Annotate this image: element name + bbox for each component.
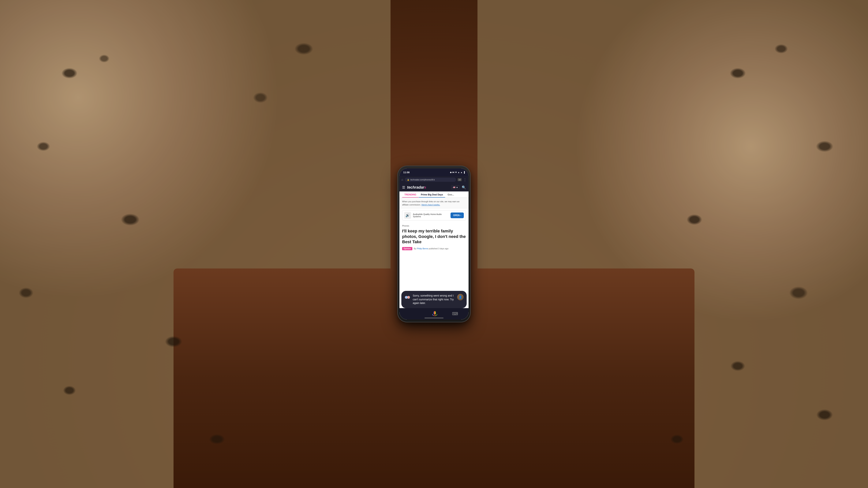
opinion-badge[interactable]: Opinion: [402, 247, 412, 250]
affiliate-notice-bar: When you purchase through links on our s…: [399, 198, 469, 208]
site-logo[interactable]: techradarñ: [407, 185, 426, 190]
article-meta: Opinion By Philip Berne published 3 days…: [402, 247, 466, 250]
tab-trending-label: TRENDING: [404, 193, 416, 196]
ad-open-button[interactable]: OPEN ›: [451, 213, 464, 218]
status-time: 11:08: [403, 171, 409, 174]
assistant-message-text: Sorry, something went wrong and I can't …: [413, 294, 455, 305]
article-byline: By Philip Berne published 3 days ago: [414, 248, 448, 250]
ad-app-icon: 🔊: [404, 212, 411, 219]
tab-google-label: Goo...: [447, 193, 454, 196]
ad-description: Audiophile Quality Home Audio Systems: [413, 213, 448, 218]
tab-google[interactable]: Goo...: [445, 191, 456, 197]
microphone-button[interactable]: [431, 310, 439, 318]
location-icon: ✳: [455, 171, 457, 173]
tab-prime-label: Prime Big Deal Days: [421, 193, 443, 196]
logo-accent-icon: ñ: [424, 186, 426, 189]
ssl-lock-icon: 🔒: [407, 179, 409, 181]
assistant-overlay: Sorry, something went wrong and I can't …: [401, 291, 467, 308]
ad-banner[interactable]: 🔊 Audiophile Quality Home Audio Systems …: [402, 210, 466, 221]
article-title[interactable]: I'll keep my terrible family photos, Goo…: [402, 228, 466, 245]
phone-body: 11:08 ◆ ⋈ ✳ ▲ ▲ ▐ ⌂ 🔒 techradar.: [398, 166, 470, 322]
header-left: ☰ techradarñ: [402, 185, 426, 190]
affiliate-text: When you purchase through links on our s…: [402, 200, 466, 206]
browser-menu-icon[interactable]: ⋮: [463, 177, 467, 182]
wifi-icon: ▲: [458, 171, 460, 173]
user-avatar: 👤: [457, 294, 464, 300]
svg-rect-6: [434, 311, 436, 315]
phone-device: 11:08 ◆ ⋈ ✳ ▲ ▲ ▐ ⌂ 🔒 techradar.: [398, 166, 470, 322]
region-selector[interactable]: 🇺🇸 ▼: [452, 185, 459, 189]
home-indicator[interactable]: [425, 318, 443, 318]
svg-point-4: [406, 297, 407, 298]
browser-toolbar: ⌂ 🔒 techradar.com/phones/ill-k 16 ⋮: [399, 176, 469, 183]
ad-open-arrow-icon: ›: [460, 214, 461, 217]
affiliate-link[interactable]: Here's how it works.: [422, 204, 440, 206]
ad-open-label: OPEN: [453, 214, 460, 217]
front-camera: [433, 171, 435, 173]
browser-url-bar[interactable]: 🔒 techradar.com/phones/ill-k: [405, 177, 456, 182]
article-section: Phones I'll keep my terrible family phot…: [399, 222, 469, 254]
media-icon: ⋈: [452, 171, 454, 173]
region-chevron-icon: ▼: [456, 186, 458, 189]
logo-text: techradar: [407, 185, 424, 189]
url-text: techradar.com/phones/ill-k: [410, 178, 454, 181]
status-icons-group: ◆ ⋈ ✳ ▲ ▲ ▐: [450, 171, 465, 173]
avatar-image: 👤: [459, 295, 462, 299]
nav-tab-bar: TRENDING Prime Big Deal Days Goo...: [399, 191, 469, 198]
google-assistant-icon: [404, 294, 410, 300]
keyboard-icon[interactable]: ⌨: [452, 311, 458, 316]
site-header: ☰ techradarñ 🇺🇸 ▼ 🔍: [399, 183, 469, 191]
signal-bars-icon: ▲: [460, 171, 463, 173]
article-category: Phones: [402, 225, 466, 227]
hamburger-menu-icon[interactable]: ☰: [402, 185, 405, 190]
ad-icon-image: 🔊: [405, 213, 410, 218]
tab-prime-deal-days[interactable]: Prime Big Deal Days: [418, 191, 445, 197]
header-right: 🇺🇸 ▼ 🔍: [452, 185, 466, 190]
svg-point-5: [408, 297, 409, 298]
by-text: By: [414, 248, 416, 250]
screen-content: 11:08 ◆ ⋈ ✳ ▲ ▲ ▐ ⌂ 🔒 techradar.: [399, 168, 469, 320]
search-button[interactable]: 🔍: [462, 185, 466, 190]
published-text: published 3 days ago: [429, 248, 448, 250]
flag-icon: 🇺🇸: [453, 186, 456, 189]
signal-icon: ◆: [450, 171, 452, 173]
browser-home-icon[interactable]: ⌂: [401, 178, 403, 182]
author-link[interactable]: Philip Berne: [417, 248, 428, 250]
battery-icon: ▐: [463, 171, 465, 173]
tab-trending[interactable]: TRENDING: [402, 191, 418, 197]
phone-screen: 11:08 ◆ ⋈ ✳ ▲ ▲ ▐ ⌂ 🔒 techradar.: [399, 168, 469, 320]
tab-count-badge[interactable]: 16: [458, 178, 462, 181]
